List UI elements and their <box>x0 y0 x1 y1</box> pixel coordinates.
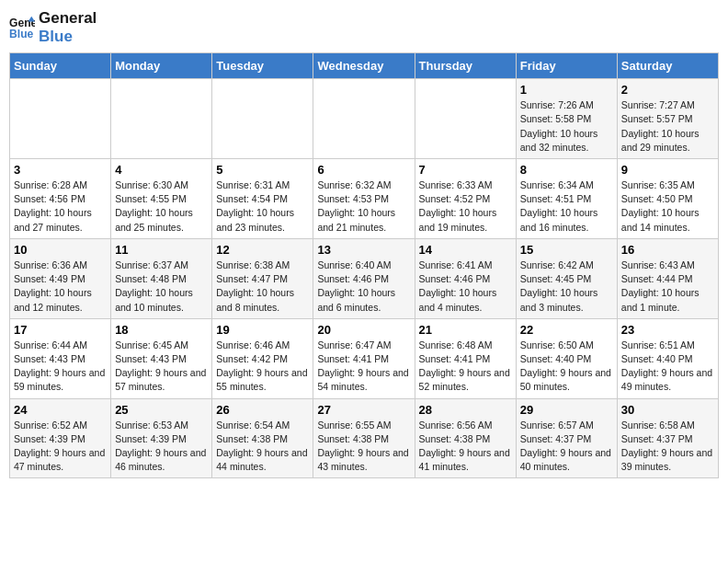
calendar-cell: 9Sunrise: 6:35 AM Sunset: 4:50 PM Daylig… <box>617 158 718 238</box>
calendar-cell: 21Sunrise: 6:48 AM Sunset: 4:41 PM Dayli… <box>415 318 516 398</box>
calendar-cell: 19Sunrise: 6:46 AM Sunset: 4:42 PM Dayli… <box>212 318 313 398</box>
calendar-cell: 22Sunrise: 6:50 AM Sunset: 4:40 PM Dayli… <box>516 318 617 398</box>
calendar-week-row: 3Sunrise: 6:28 AM Sunset: 4:56 PM Daylig… <box>10 158 719 238</box>
weekday-header: Sunday <box>10 53 111 79</box>
calendar-cell: 26Sunrise: 6:54 AM Sunset: 4:38 PM Dayli… <box>212 398 313 478</box>
day-info: Sunrise: 6:48 AM Sunset: 4:41 PM Dayligh… <box>419 339 512 395</box>
day-info: Sunrise: 6:35 AM Sunset: 4:50 PM Dayligh… <box>621 178 714 235</box>
calendar-cell: 11Sunrise: 6:37 AM Sunset: 4:48 PM Dayli… <box>111 238 212 318</box>
calendar-cell: 28Sunrise: 6:56 AM Sunset: 4:38 PM Dayli… <box>415 398 516 478</box>
day-number: 16 <box>621 243 714 257</box>
day-number: 12 <box>216 243 309 257</box>
day-info: Sunrise: 6:55 AM Sunset: 4:38 PM Dayligh… <box>317 419 410 475</box>
logo-icon: General Blue <box>9 15 35 40</box>
day-info: Sunrise: 6:52 AM Sunset: 4:39 PM Dayligh… <box>14 419 107 475</box>
day-info: Sunrise: 6:50 AM Sunset: 4:40 PM Dayligh… <box>520 339 613 395</box>
calendar-cell: 13Sunrise: 6:40 AM Sunset: 4:46 PM Dayli… <box>313 238 415 318</box>
calendar-cell: 6Sunrise: 6:32 AM Sunset: 4:53 PM Daylig… <box>313 158 415 238</box>
day-info: Sunrise: 6:57 AM Sunset: 4:37 PM Dayligh… <box>520 419 613 475</box>
calendar-cell <box>10 79 111 159</box>
day-number: 3 <box>14 163 107 177</box>
calendar-cell <box>212 79 313 159</box>
day-number: 2 <box>621 83 714 97</box>
day-number: 20 <box>317 323 410 337</box>
day-number: 13 <box>317 243 410 257</box>
calendar-week-row: 1Sunrise: 7:26 AM Sunset: 5:58 PM Daylig… <box>10 79 719 159</box>
day-number: 27 <box>317 403 410 417</box>
calendar-cell <box>111 79 212 159</box>
calendar-table: SundayMondayTuesdayWednesdayThursdayFrid… <box>9 52 719 478</box>
day-number: 11 <box>115 243 208 257</box>
calendar-cell: 8Sunrise: 6:34 AM Sunset: 4:51 PM Daylig… <box>516 158 617 238</box>
day-number: 19 <box>216 323 309 337</box>
calendar-cell: 30Sunrise: 6:58 AM Sunset: 4:37 PM Dayli… <box>617 398 718 478</box>
day-number: 22 <box>520 323 613 337</box>
day-info: Sunrise: 6:56 AM Sunset: 4:38 PM Dayligh… <box>419 419 512 475</box>
day-number: 18 <box>115 323 208 337</box>
day-number: 29 <box>520 403 613 417</box>
calendar-cell: 25Sunrise: 6:53 AM Sunset: 4:39 PM Dayli… <box>111 398 212 478</box>
day-info: Sunrise: 7:26 AM Sunset: 5:58 PM Dayligh… <box>520 98 613 155</box>
day-number: 9 <box>621 163 714 177</box>
day-number: 5 <box>216 163 309 177</box>
day-info: Sunrise: 6:37 AM Sunset: 4:48 PM Dayligh… <box>115 259 208 315</box>
calendar-cell: 12Sunrise: 6:38 AM Sunset: 4:47 PM Dayli… <box>212 238 313 318</box>
calendar-cell: 4Sunrise: 6:30 AM Sunset: 4:55 PM Daylig… <box>111 158 212 238</box>
calendar-week-row: 24Sunrise: 6:52 AM Sunset: 4:39 PM Dayli… <box>10 398 719 478</box>
day-number: 26 <box>216 403 309 417</box>
day-info: Sunrise: 6:58 AM Sunset: 4:37 PM Dayligh… <box>621 419 714 475</box>
header: General Blue General Blue <box>9 9 719 45</box>
day-info: Sunrise: 6:51 AM Sunset: 4:40 PM Dayligh… <box>621 339 714 395</box>
day-number: 1 <box>520 83 613 97</box>
calendar-cell: 7Sunrise: 6:33 AM Sunset: 4:52 PM Daylig… <box>415 158 516 238</box>
day-info: Sunrise: 6:53 AM Sunset: 4:39 PM Dayligh… <box>115 419 208 475</box>
day-info: Sunrise: 6:28 AM Sunset: 4:56 PM Dayligh… <box>14 178 107 235</box>
day-info: Sunrise: 6:38 AM Sunset: 4:47 PM Dayligh… <box>216 259 309 315</box>
calendar-week-row: 17Sunrise: 6:44 AM Sunset: 4:43 PM Dayli… <box>10 318 719 398</box>
calendar-cell: 10Sunrise: 6:36 AM Sunset: 4:49 PM Dayli… <box>10 238 111 318</box>
day-number: 8 <box>520 163 613 177</box>
calendar-cell <box>415 79 516 159</box>
day-number: 30 <box>621 403 714 417</box>
day-number: 4 <box>115 163 208 177</box>
day-info: Sunrise: 7:27 AM Sunset: 5:57 PM Dayligh… <box>621 98 714 155</box>
day-info: Sunrise: 6:44 AM Sunset: 4:43 PM Dayligh… <box>14 339 107 395</box>
calendar-cell: 17Sunrise: 6:44 AM Sunset: 4:43 PM Dayli… <box>10 318 111 398</box>
day-number: 23 <box>621 323 714 337</box>
calendar-cell: 29Sunrise: 6:57 AM Sunset: 4:37 PM Dayli… <box>516 398 617 478</box>
logo: General Blue General Blue <box>9 9 97 45</box>
day-number: 6 <box>317 163 410 177</box>
day-number: 10 <box>14 243 107 257</box>
day-info: Sunrise: 6:46 AM Sunset: 4:42 PM Dayligh… <box>216 339 309 395</box>
calendar-cell: 14Sunrise: 6:41 AM Sunset: 4:46 PM Dayli… <box>415 238 516 318</box>
day-info: Sunrise: 6:40 AM Sunset: 4:46 PM Dayligh… <box>317 259 410 315</box>
calendar-cell: 20Sunrise: 6:47 AM Sunset: 4:41 PM Dayli… <box>313 318 415 398</box>
weekday-header: Wednesday <box>313 53 415 79</box>
weekday-header: Monday <box>111 53 212 79</box>
calendar-cell: 1Sunrise: 7:26 AM Sunset: 5:58 PM Daylig… <box>516 79 617 159</box>
day-number: 21 <box>419 323 512 337</box>
day-number: 7 <box>419 163 512 177</box>
day-number: 15 <box>520 243 613 257</box>
day-info: Sunrise: 6:54 AM Sunset: 4:38 PM Dayligh… <box>216 419 309 475</box>
day-info: Sunrise: 6:45 AM Sunset: 4:43 PM Dayligh… <box>115 339 208 395</box>
calendar-header-row: SundayMondayTuesdayWednesdayThursdayFrid… <box>10 53 719 79</box>
day-info: Sunrise: 6:31 AM Sunset: 4:54 PM Dayligh… <box>216 178 309 235</box>
day-info: Sunrise: 6:42 AM Sunset: 4:45 PM Dayligh… <box>520 259 613 315</box>
calendar-cell: 23Sunrise: 6:51 AM Sunset: 4:40 PM Dayli… <box>617 318 718 398</box>
day-number: 17 <box>14 323 107 337</box>
day-info: Sunrise: 6:43 AM Sunset: 4:44 PM Dayligh… <box>621 259 714 315</box>
day-info: Sunrise: 6:36 AM Sunset: 4:49 PM Dayligh… <box>14 259 107 315</box>
weekday-header: Friday <box>516 53 617 79</box>
weekday-header: Tuesday <box>212 53 313 79</box>
calendar-cell: 5Sunrise: 6:31 AM Sunset: 4:54 PM Daylig… <box>212 158 313 238</box>
weekday-header: Thursday <box>415 53 516 79</box>
day-info: Sunrise: 6:30 AM Sunset: 4:55 PM Dayligh… <box>115 178 208 235</box>
weekday-header: Saturday <box>617 53 718 79</box>
svg-text:Blue: Blue <box>9 28 34 40</box>
day-info: Sunrise: 6:47 AM Sunset: 4:41 PM Dayligh… <box>317 339 410 395</box>
day-info: Sunrise: 6:34 AM Sunset: 4:51 PM Dayligh… <box>520 178 613 235</box>
calendar-cell: 27Sunrise: 6:55 AM Sunset: 4:38 PM Dayli… <box>313 398 415 478</box>
calendar-cell: 3Sunrise: 6:28 AM Sunset: 4:56 PM Daylig… <box>10 158 111 238</box>
calendar-week-row: 10Sunrise: 6:36 AM Sunset: 4:49 PM Dayli… <box>10 238 719 318</box>
